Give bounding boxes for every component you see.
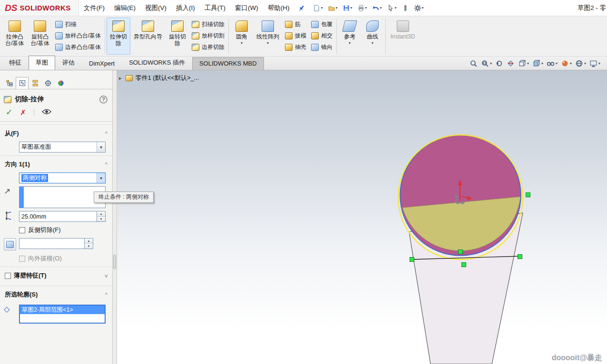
preview-eye-button[interactable] [42,108,51,116]
shell-button[interactable]: 抽壳 [285,43,306,51]
mirror-button[interactable]: 镜向 [311,43,333,51]
curves-dropdown-icon[interactable]: ▾ [372,41,373,45]
menu-help[interactable]: 帮助(H) [263,0,294,16]
instant3d-button[interactable]: Instant3D [387,18,418,55]
options-button[interactable]: ▾ [412,3,425,13]
curves-button[interactable]: 曲线 ▾ [361,18,384,55]
from-collapse-icon[interactable]: ^ [105,131,108,136]
from-combo-arrow-icon[interactable]: ▾ [97,142,105,152]
print-dropdown-icon[interactable]: ▾ [365,6,367,10]
boundary-cut-button[interactable]: 边界切除 [192,43,225,51]
tab-evaluate[interactable]: 评估 [55,56,82,70]
edit-appearance-button[interactable]: ▾ [561,59,572,67]
undo-dropdown-icon[interactable]: ▾ [380,6,382,10]
tab-features[interactable]: 特征 [2,56,29,70]
depth-spinner[interactable]: 25.00mm ▲ ▼ [19,211,106,222]
wrap-button[interactable]: 包覆 [311,20,333,29]
boss-extrude-button[interactable]: 拉伸凸 台/基体 [2,18,27,55]
direction1-collapse-icon[interactable]: ^ [105,162,108,167]
print-button[interactable]: ▾ [356,3,369,13]
pin-menu-icon[interactable] [298,4,305,12]
draft-angle-spinner[interactable]: ▲ ▼ [19,238,93,249]
draft-button[interactable]: 拔模 [285,32,306,40]
view-settings-button[interactable]: ▾ [589,59,600,67]
section-thin-feature[interactable]: 薄壁特征(T) v [0,267,112,283]
section-from[interactable]: 从(F) ^ [0,125,112,141]
lofted-boss-button[interactable]: 放样凸台/基体 [55,32,101,40]
revolved-boss-button[interactable]: 旋转凸 台/基体 [27,18,52,55]
menu-insert[interactable]: 插入(I) [171,0,200,16]
draft-spin-down-icon[interactable]: ▼ [85,243,93,249]
ok-button[interactable]: ✓ [6,107,12,117]
contours-collapse-icon[interactable]: ^ [105,292,108,297]
from-combobox[interactable]: 草图基准面 ▾ [19,142,106,153]
end-condition-combobox[interactable]: 两侧对称 ▾ [19,172,106,183]
selection-handle[interactable] [459,250,463,254]
hide-show-dropdown-icon[interactable]: ▾ [556,61,558,66]
options-dropdown-icon[interactable]: ▾ [422,6,424,10]
menu-window[interactable]: 窗口(W) [230,0,263,16]
hole-wizard-button[interactable]: 异型孔向导 [130,18,166,55]
panel-splitter[interactable] [113,70,117,364]
draft-toggle-button[interactable] [4,238,16,250]
display-style-button[interactable]: ▾ [532,59,543,67]
reference-dropdown-icon[interactable]: ▾ [349,41,351,45]
open-dropdown-icon[interactable]: ▾ [336,6,338,10]
property-manager-tab[interactable] [16,77,29,89]
end-condition-combo-arrow-icon[interactable]: ▾ [97,173,105,183]
undo-button[interactable]: ▾ [371,3,383,13]
rib-button[interactable]: 筋 [285,20,306,29]
lofted-cut-button[interactable]: 放样切割 [192,32,225,40]
menu-edit[interactable]: 编辑(E) [109,0,140,16]
menu-file[interactable]: 文件(F) [79,0,109,16]
linear-pattern-button[interactable]: 线性阵列 ▾ [253,18,283,55]
appearance-dropdown-icon[interactable]: ▾ [570,61,572,66]
display-style-dropdown-icon[interactable]: ▾ [541,61,543,66]
new-document-dropdown-icon[interactable]: ▾ [321,6,323,10]
contours-selection-box[interactable]: 草图2-局部范围<1> [19,305,106,324]
tab-mbd[interactable]: SOLIDWORKS MBD [192,57,264,70]
help-button[interactable]: ? [99,96,108,104]
open-button[interactable]: ▾ [326,3,339,13]
zoom-dropdown-icon[interactable]: ▾ [490,61,492,66]
draft-angle-input[interactable] [19,238,85,249]
boundary-boss-button[interactable]: 边界凸台/基体 [55,43,101,51]
configuration-manager-tab[interactable] [29,77,41,89]
select-button[interactable]: ▾ [385,3,398,13]
hide-show-items-button[interactable]: ▾ [547,59,558,67]
reference-geometry-button[interactable]: 参考 ▾ [338,18,361,55]
display-manager-tab[interactable] [54,77,67,89]
contour-list-item[interactable]: 草图2-局部范围<1> [20,306,105,314]
zoom-fit-button[interactable] [470,59,478,67]
dimxpert-manager-tab[interactable] [41,77,54,89]
zoom-area-button[interactable]: ▾ [481,59,492,67]
direction-selection-box[interactable] [19,186,106,208]
view-settings-dropdown-icon[interactable]: ▾ [598,61,600,66]
section-direction1[interactable]: 方向 1(1) ^ [0,155,112,172]
selection-handle[interactable] [462,263,466,267]
select-dropdown-icon[interactable]: ▾ [395,6,397,10]
extruded-cut-button[interactable]: 拉伸切 除 [107,18,130,55]
save-dropdown-icon[interactable]: ▾ [351,6,352,10]
section-selected-contours[interactable]: 所选轮廓(S) ^ [0,286,112,302]
part-tree-root[interactable]: 零件1 (默认<<默认>_... [136,74,199,82]
draft-outward-checkbox[interactable] [19,256,25,262]
rebuild-button[interactable] [400,3,411,13]
save-button[interactable]: ▾ [341,3,354,13]
thin-feature-checkbox[interactable] [5,273,11,279]
tab-sketch[interactable]: 草图 [29,56,55,70]
depth-spin-down-icon[interactable]: ▼ [97,216,105,221]
cancel-button[interactable]: ✗ [20,108,26,117]
apply-scene-button[interactable]: ▾ [575,59,586,67]
view-orientation-button[interactable]: ▾ [518,59,529,67]
selection-handle[interactable] [526,193,530,197]
tab-dimxpert[interactable]: DimXpert [82,57,122,70]
revolved-cut-button[interactable]: 旋转切 除 [166,18,189,55]
view-orientation-dropdown-icon[interactable]: ▾ [527,61,529,66]
tab-addins[interactable]: SOLIDWORKS 插件 [122,56,192,70]
fillet-button[interactable]: 圆角 ▾ [230,18,253,55]
selection-handle[interactable] [410,258,414,262]
graphics-viewport[interactable]: ▸ 零件1 (默认<<默认>_... [117,70,607,364]
splitter-grip[interactable] [113,255,116,269]
depth-input[interactable]: 25.00mm [19,211,97,222]
